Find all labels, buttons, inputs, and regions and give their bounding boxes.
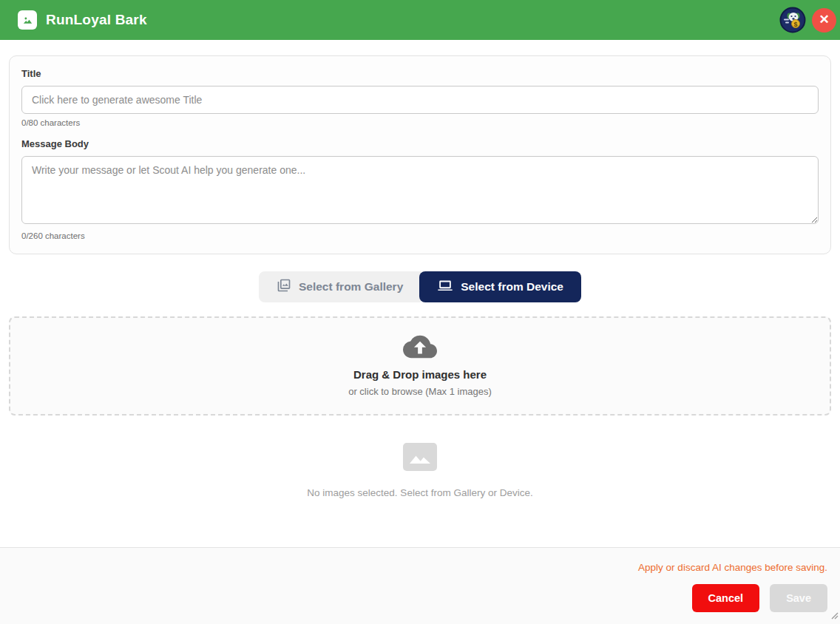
- message-body-textarea[interactable]: [21, 156, 819, 224]
- modal-body: Title 0/80 characters Message Body 0/260…: [0, 40, 840, 547]
- message-char-counter: 0/260 characters: [21, 231, 819, 240]
- drag-drop-upload-zone[interactable]: Drag & Drop images here or click to brow…: [9, 316, 831, 416]
- dropzone-heading: Drag & Drop images here: [353, 368, 487, 381]
- message-form-card: Title 0/80 characters Message Body 0/260…: [9, 55, 831, 254]
- laptop-icon: [437, 277, 453, 296]
- message-body-label: Message Body: [21, 138, 819, 149]
- dropzone-subtext: or click to browse (Max 1 images): [348, 386, 492, 397]
- empty-state-text: No images selected. Select from Gallery …: [307, 487, 532, 498]
- tab-label: Select from Gallery: [299, 280, 403, 294]
- close-icon[interactable]: ✕: [812, 8, 836, 33]
- no-images-empty-state: No images selected. Select from Gallery …: [0, 443, 840, 498]
- scout-credits-icon[interactable]: $: [779, 6, 807, 34]
- tab-select-from-gallery[interactable]: Select from Gallery: [259, 271, 421, 302]
- tab-select-from-device[interactable]: Select from Device: [419, 271, 581, 302]
- resize-handle-icon[interactable]: [831, 609, 839, 623]
- cancel-button[interactable]: Cancel: [692, 584, 760, 612]
- modal-header: RunLoyal Bark $ ✕: [0, 0, 840, 40]
- image-source-tabs: Select from Gallery Select from Device: [0, 271, 840, 302]
- app-image-icon: [18, 10, 37, 30]
- image-placeholder-icon: [403, 443, 437, 474]
- ai-changes-notice: Apply or discard AI changes before savin…: [13, 562, 827, 573]
- tab-label: Select from Device: [461, 280, 563, 294]
- modal-footer: Apply or discard AI changes before savin…: [0, 547, 840, 624]
- title-input[interactable]: [21, 86, 819, 114]
- modal-title: RunLoyal Bark: [46, 12, 147, 28]
- cloud-upload-icon: [403, 335, 437, 362]
- title-label: Title: [21, 68, 819, 79]
- save-button[interactable]: Save: [770, 584, 827, 612]
- title-char-counter: 0/80 characters: [21, 118, 819, 127]
- gallery-image-icon: [277, 278, 291, 296]
- svg-text:$: $: [793, 21, 797, 28]
